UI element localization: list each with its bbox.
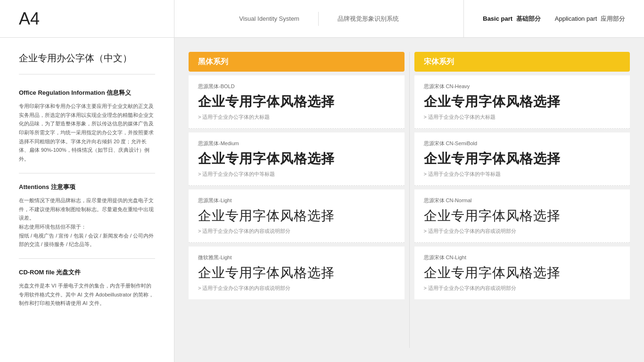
basic-part[interactable]: Basic part 基础部分: [483, 15, 541, 23]
left-category-label: 黑体系列: [198, 57, 228, 67]
left-category-header: 黑体系列: [189, 52, 405, 72]
right-font-desc-2: > 适用于企业办公字体的中等标题: [424, 171, 621, 178]
content-area: 黑体系列 思源黑体-BOLD 企业专用字体风格选择 > 适用于企业办公字体的大标…: [174, 38, 644, 362]
sidebar-section-text-cdrom: 光盘文件是本 VI 手册电子文件的集合，内含手册制作时的专用软件格式文件。其中 …: [19, 281, 155, 308]
sidebar-section-title-attention: Attentions 注意事项: [19, 183, 155, 191]
right-font-column: 宋体系列 思源宋体 CN-Heavy 企业专用字体风格选择 > 适用于企业办公字…: [414, 52, 630, 348]
sidebar-section-attention: Attentions 注意事项 在一般情况下使用品牌标志，应尽量使用提供的光盘电…: [19, 183, 155, 259]
right-font-desc-3: > 适用于企业办公字体的内容或说明部分: [424, 228, 621, 235]
left-font-name-3: 思源黑体-Light: [198, 197, 395, 204]
left-font-demo-3: 企业专用字体风格选择: [198, 207, 395, 225]
left-font-demo-2: 企业专用字体风格选择: [198, 150, 395, 168]
right-font-card-3: 思源宋体 CN-Normal 企业专用字体风格选择 > 适用于企业办公字体的内容…: [414, 189, 630, 243]
left-font-desc-2: > 适用于企业办公字体的中等标题: [198, 171, 395, 178]
header-center: Visual Identity System 品牌视觉形象识别系统: [174, 0, 464, 37]
left-font-name-1: 思源黑体-BOLD: [198, 83, 395, 90]
sidebar-section-title-info: Office Regulation Information 信息释义: [19, 89, 155, 97]
right-font-demo-2: 企业专用字体风格选择: [424, 150, 621, 168]
left-font-demo-4: 企业专用字体风格选择: [198, 264, 395, 282]
column-divider: [409, 52, 410, 348]
right-font-name-3: 思源宋体 CN-Normal: [424, 197, 621, 204]
left-font-name-4: 微软雅黑-Light: [198, 254, 395, 261]
left-font-desc-4: > 适用于企业办公字体的内容或说明部分: [198, 285, 395, 292]
left-font-demo-1: 企业专用字体风格选择: [198, 93, 395, 111]
right-font-demo-1: 企业专用字体风格选择: [424, 93, 621, 111]
page-id: A4: [19, 9, 40, 29]
left-font-name-2: 思源黑体-Medium: [198, 140, 395, 147]
main: 企业专用办公字体（中文） Office Regulation Informati…: [0, 38, 644, 362]
header: A4 Visual Identity System 品牌视觉形象识别系统 Bas…: [0, 0, 644, 38]
sidebar-section-title-cdrom: CD-ROM file 光盘文件: [19, 268, 155, 277]
sidebar-section-cdrom: CD-ROM file 光盘文件 光盘文件是本 VI 手册电子文件的集合，内含手…: [19, 268, 155, 317]
right-font-desc-1: > 适用于企业办公字体的大标题: [424, 114, 621, 121]
app-part[interactable]: Application part 应用部分: [555, 15, 625, 23]
nav-divider: [318, 12, 319, 26]
left-font-desc-3: > 适用于企业办公字体的内容或说明部分: [198, 228, 395, 235]
right-font-name-1: 思源宋体 CN-Heavy: [424, 83, 621, 90]
right-font-card-4: 思源宋体 CN-Light 企业专用字体风格选择 > 适用于企业办公字体的内容或…: [414, 247, 630, 299]
right-font-demo-3: 企业专用字体风格选择: [424, 207, 621, 225]
right-font-name-2: 思源宋体 CN-SemiBold: [424, 140, 621, 147]
right-category-label: 宋体系列: [424, 57, 454, 67]
sidebar-section-info: Office Regulation Information 信息释义 专用印刷字…: [19, 89, 155, 173]
header-left: A4: [0, 0, 174, 37]
nav-left: Visual Identity System: [239, 15, 299, 22]
right-font-card-2: 思源宋体 CN-SemiBold 企业专用字体风格选择 > 适用于企业办公字体的…: [414, 132, 630, 186]
right-font-demo-4: 企业专用字体风格选择: [424, 264, 621, 282]
header-right: Basic part 基础部分 Application part 应用部分: [464, 0, 644, 37]
right-font-card-1: 思源宋体 CN-Heavy 企业专用字体风格选择 > 适用于企业办公字体的大标题: [414, 75, 630, 129]
left-font-card-1: 思源黑体-BOLD 企业专用字体风格选择 > 适用于企业办公字体的大标题: [189, 75, 405, 129]
nav-right: 品牌视觉形象识别系统: [338, 15, 399, 23]
left-font-column: 黑体系列 思源黑体-BOLD 企业专用字体风格选择 > 适用于企业办公字体的大标…: [189, 52, 405, 348]
left-font-card-3: 思源黑体-Light 企业专用字体风格选择 > 适用于企业办公字体的内容或说明部…: [189, 189, 405, 243]
sidebar-section-text-info: 专用印刷字体和专用办公字体主要应用于企业文献的正文及实务用品，所选定的字体用以实…: [19, 102, 155, 164]
right-font-name-4: 思源宋体 CN-Light: [424, 254, 621, 261]
sidebar-section-text-attention: 在一般情况下使用品牌标志，应尽量使用提供的光盘电子文件，不建议使用标准制图绘制标…: [19, 196, 155, 249]
left-font-desc-1: > 适用于企业办公字体的大标题: [198, 114, 395, 121]
right-category-header: 宋体系列: [414, 52, 630, 72]
right-font-desc-4: > 适用于企业办公字体的内容或说明部分: [424, 285, 621, 292]
sidebar: 企业专用办公字体（中文） Office Regulation Informati…: [0, 38, 174, 362]
left-font-card-4: 微软雅黑-Light 企业专用字体风格选择 > 适用于企业办公字体的内容或说明部…: [189, 247, 405, 299]
left-font-card-2: 思源黑体-Medium 企业专用字体风格选择 > 适用于企业办公字体的中等标题: [189, 132, 405, 186]
sidebar-title: 企业专用办公字体（中文）: [19, 52, 155, 74]
